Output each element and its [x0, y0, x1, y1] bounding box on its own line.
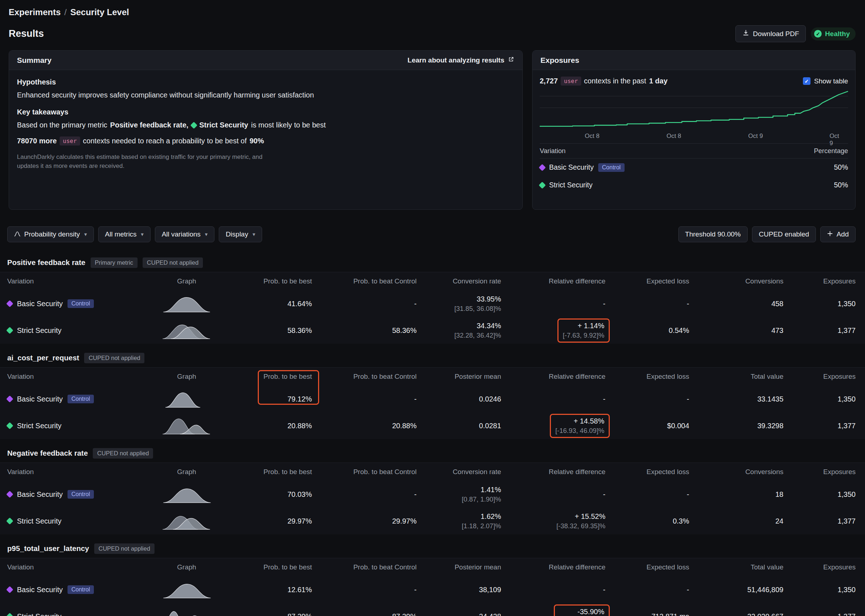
- col-prob-best: Prob. to be best: [225, 563, 312, 571]
- strict-security-diamond-icon: [6, 327, 13, 334]
- col-conversions: Conversions: [689, 277, 783, 285]
- chevron-down-icon: ▾: [252, 231, 255, 237]
- col-total-value: Total value: [689, 563, 783, 571]
- cuped-not-applied-badge: CUPED not applied: [143, 258, 203, 268]
- prob-beat-value: -: [312, 300, 417, 308]
- results-toolbar: Probability density ▾ All metrics ▾ All …: [0, 221, 865, 248]
- all-variations-dropdown[interactable]: All variations ▾: [155, 226, 214, 242]
- table-row: Strict Security 29.97% 29.97% 1.62%[1.18…: [0, 508, 865, 534]
- exposures-count: 2,727: [540, 77, 558, 85]
- exposures-row-basic-security: Basic Security Control 50%: [540, 159, 848, 176]
- col-expected-loss: Expected loss: [606, 372, 689, 380]
- rate-value: 1.41%: [417, 486, 501, 494]
- exposures-chart: Oct 8 Oct 8 Oct 9 Oct 9: [540, 91, 848, 140]
- exposures-line-series: [540, 91, 848, 126]
- basic-security-diamond-icon: [6, 491, 13, 498]
- expected-loss-value: 0.54%: [606, 327, 689, 335]
- col-exposures: Exposures: [783, 277, 856, 285]
- strict-security-diamond-icon: [6, 422, 13, 429]
- prob-best-value: 20.88%: [225, 422, 312, 430]
- show-table-checkbox[interactable]: ✓: [803, 77, 810, 85]
- variation-name: Strict Security: [17, 612, 61, 616]
- variation-name: Strict Security: [17, 517, 61, 525]
- relative-difference-value: + 15.52%: [501, 512, 606, 521]
- basic-security-diamond-icon: [538, 164, 546, 171]
- metric-section-positive-feedback-rate: Positive feedback rate Primary metric CU…: [0, 248, 865, 343]
- learn-about-results-link[interactable]: Learn about analyzing results: [408, 56, 515, 64]
- threshold-label: Threshold 90.00%: [685, 230, 741, 238]
- basic-security-diamond-icon: [6, 395, 13, 402]
- download-icon: [742, 29, 749, 38]
- exposures-value: 1,377: [783, 517, 856, 525]
- expected-loss-value: 713.871 ms: [606, 612, 689, 616]
- cuped-enabled-button[interactable]: CUPED enabled: [752, 226, 816, 242]
- col-prob-beat: Prob. to beat Control: [312, 468, 417, 476]
- relative-difference-value: -: [501, 395, 606, 403]
- table-row: Strict Security 58.36% 58.36% 34.34%[32.…: [0, 317, 865, 344]
- prob-best-value: 29.97%: [225, 517, 312, 525]
- rate-value: 1.62%: [417, 512, 501, 521]
- percentage-column-header: Percentage: [814, 147, 848, 155]
- posterior-mean-value: 0.0281: [417, 422, 501, 430]
- density-graph: [148, 321, 225, 340]
- col-posterior-mean: Posterior mean: [417, 563, 501, 571]
- threshold-button[interactable]: Threshold 90.00%: [678, 226, 748, 242]
- relative-difference-ci: [-7.63, 9.92]%: [563, 332, 604, 339]
- download-pdf-button[interactable]: Download PDF: [735, 25, 806, 42]
- breadcrumb-parent[interactable]: Experiments: [9, 7, 61, 17]
- relative-difference-ci: [-38.32, 69.35]%: [501, 522, 606, 530]
- density-graph: [148, 580, 225, 599]
- show-table-toggle[interactable]: ✓ Show table: [803, 77, 848, 85]
- density-graph: [148, 607, 225, 616]
- relative-difference-value: -: [501, 490, 606, 499]
- col-relative-difference: Relative difference: [501, 468, 606, 476]
- metric-title: Positive feedback rate: [7, 258, 86, 267]
- expected-loss-value: -: [606, 395, 689, 403]
- col-graph: Graph: [148, 468, 225, 476]
- rate-ci: [31.85, 36.08]%: [417, 305, 501, 313]
- exposures-row-strict-security: Strict Security 50%: [540, 176, 848, 194]
- conversions-value: 473: [689, 327, 783, 335]
- add-metric-button[interactable]: Add: [820, 226, 856, 242]
- col-relative-difference: Relative difference: [501, 277, 606, 285]
- summary-title: Summary: [17, 56, 52, 64]
- prob-best-value: 58.36%: [225, 327, 312, 335]
- exposures-value: 1,377: [783, 422, 856, 430]
- x-tick: Oct 9: [830, 132, 842, 147]
- all-metrics-dropdown[interactable]: All metrics ▾: [98, 226, 151, 242]
- col-conversions: Conversions: [689, 468, 783, 476]
- prob-beat-value: -: [312, 586, 417, 594]
- cuped-not-applied-badge: CUPED not applied: [93, 448, 153, 459]
- exposures-count-line: 2,727 user contexts in the past 1 day: [540, 77, 667, 86]
- cuped-not-applied-badge: CUPED not applied: [84, 353, 144, 363]
- rate-value: 33.95%: [417, 295, 501, 303]
- control-badge: Control: [68, 299, 94, 308]
- rate-value: 34.34%: [417, 322, 501, 330]
- total-value: 32,020,667: [689, 612, 783, 616]
- prob-beat-value: 29.97%: [312, 517, 417, 525]
- control-badge: Control: [68, 585, 94, 594]
- prob-best-value: 70.03%: [225, 490, 312, 499]
- relative-difference-value: + 1.14%: [563, 322, 604, 330]
- takeaway-post-text: is most likely to be best: [251, 121, 326, 129]
- probability-density-dropdown[interactable]: Probability density ▾: [7, 226, 94, 242]
- metrics-dropdown-label: All metrics: [105, 230, 137, 238]
- variation-column-header: Variation: [540, 147, 566, 155]
- download-pdf-label: Download PDF: [753, 30, 799, 38]
- posterior-mean-value: 38,109: [417, 586, 501, 594]
- show-table-label: Show table: [814, 77, 848, 85]
- col-variation: Variation: [7, 277, 148, 285]
- display-dropdown[interactable]: Display ▾: [219, 226, 262, 242]
- density-graph: [148, 294, 225, 313]
- learn-link-label: Learn about analyzing results: [408, 57, 504, 64]
- exposures-card: Exposures 2,727 user contexts in the pas…: [532, 50, 856, 210]
- primary-metric-badge: Primary metric: [91, 258, 138, 268]
- plus-icon: [827, 230, 833, 238]
- total-value: 51,446,809: [689, 586, 783, 594]
- metric-title: Negative feedback rate: [7, 449, 88, 457]
- basic-security-diamond-icon: [6, 300, 13, 307]
- rate-ci: [32.28, 36.42]%: [417, 332, 501, 339]
- density-graph: [148, 416, 225, 435]
- relative-difference-value: -: [501, 300, 606, 308]
- col-variation: Variation: [7, 372, 148, 380]
